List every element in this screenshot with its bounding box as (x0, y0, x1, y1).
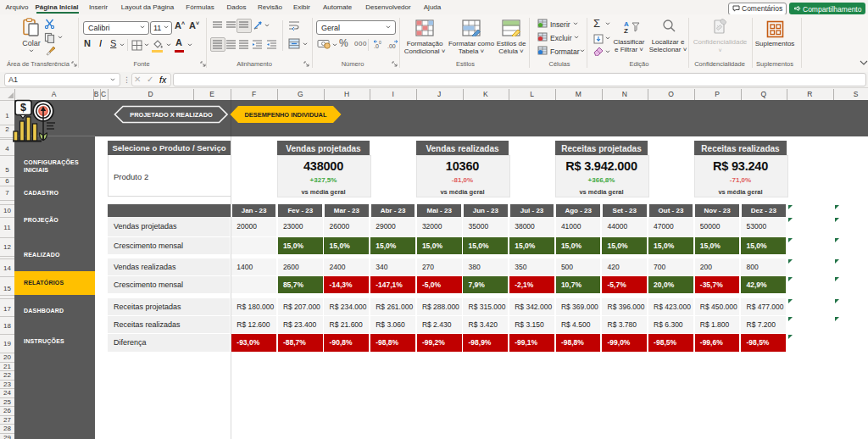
svg-text:Z: Z (624, 27, 628, 34)
svg-text:DESEMPENHO INDIVIDUAL: DESEMPENHO INDIVIDUAL (245, 111, 327, 119)
svg-text:0: 0 (379, 40, 381, 45)
svg-text:.00: .00 (387, 43, 396, 49)
svg-text:$: $ (20, 102, 26, 114)
svg-text:PROJETADO X REALIZADO: PROJETADO X REALIZADO (130, 111, 213, 119)
